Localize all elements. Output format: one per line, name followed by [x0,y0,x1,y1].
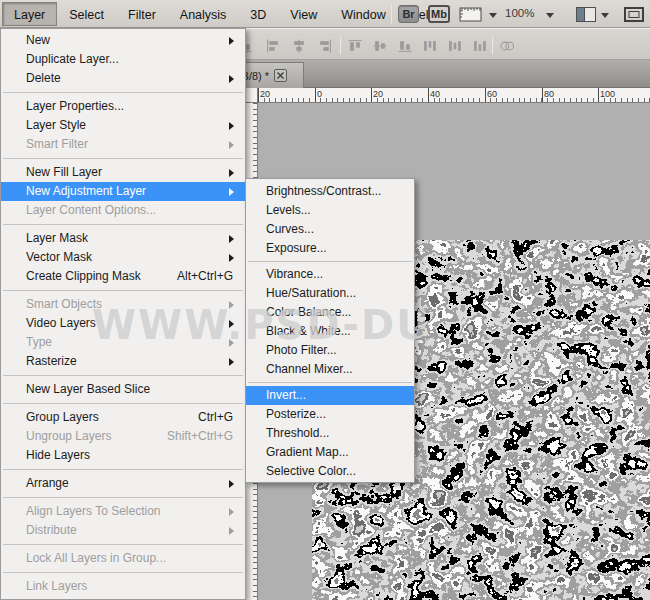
distribute-top-edges-icon[interactable] [423,39,437,53]
screen-mode-icon[interactable] [624,7,644,22]
menu-item-layer-style[interactable]: Layer Style [1,116,245,135]
menu-item-duplicate-layer[interactable]: Duplicate Layer... [1,50,245,69]
launch-bridge-button[interactable]: Br [398,5,419,23]
menu-item-label: Black & White... [266,324,351,338]
submenu-arrow-icon [229,339,238,347]
menu-separator [248,382,412,383]
menu-item-delete[interactable]: Delete [1,69,245,88]
arrange-documents-icon[interactable] [576,7,596,22]
menubar-item-filter[interactable]: Filter [116,2,168,26]
submenu-arrow-icon [229,188,238,196]
menu-separator [3,224,243,225]
align-right-edges-icon[interactable] [318,39,332,53]
menu-item-select-linked-layers[interactable]: Select Linked Layers [1,596,245,600]
menu-item-black-white[interactable]: Black & White... [246,322,414,341]
view-extras-icon[interactable] [459,6,483,23]
align-bottom-edges-icon[interactable] [398,39,412,53]
menu-item-label: Create Clipping Mask [26,269,141,283]
menu-item-label: Video Layers [26,316,96,330]
zoom-dropdown-arrow-icon[interactable] [546,13,554,22]
menu-item-shortcut: Alt+Ctrl+G [177,267,233,286]
menu-item-vibrance[interactable]: Vibrance... [246,265,414,284]
menu-separator [248,261,412,262]
layer-menu-dropdown: NewDuplicate Layer...DeleteLayer Propert… [0,28,246,600]
menu-item-new-fill-layer[interactable]: New Fill Layer [1,163,245,182]
menu-item-vector-mask[interactable]: Vector Mask [1,248,245,267]
menu-item-levels[interactable]: Levels... [246,201,414,220]
zoom-level[interactable]: 100% [505,7,534,19]
menu-item-label: Delete [26,71,61,85]
submenu-arrow-icon [229,254,238,262]
menu-item-smart-objects[interactable]: Smart Objects [1,295,245,314]
distribute-vertical-centers-icon[interactable] [448,39,462,53]
menubar-item-select[interactable]: Select [57,2,116,26]
menu-item-lock-all-layers-in-group[interactable]: Lock All Layers in Group... [1,549,245,568]
menubar-item-layer[interactable]: Layer [2,2,57,26]
arrange-documents-dropdown-arrow-icon[interactable] [601,13,609,22]
menu-item-curves[interactable]: Curves... [246,220,414,239]
menu-item-layer-properties[interactable]: Layer Properties... [1,97,245,116]
launch-mini-bridge-button[interactable]: Mb [428,5,450,23]
menu-separator [3,572,243,573]
menu-item-video-layers[interactable]: Video Layers [1,314,245,333]
menu-separator [3,497,243,498]
menu-item-new[interactable]: New [1,31,245,50]
menu-separator [3,92,243,93]
menu-item-link-layers[interactable]: Link Layers [1,577,245,596]
menu-item-hide-layers[interactable]: Hide Layers [1,446,245,465]
menubar-item-3d[interactable]: 3D [238,2,278,26]
menu-item-label: Brightness/Contrast... [266,184,381,198]
menu-item-label: Duplicate Layer... [26,52,119,66]
menu-item-new-adjustment-layer[interactable]: New Adjustment Layer [1,182,245,201]
align-vertical-centers-icon[interactable] [373,39,387,53]
menu-item-exposure[interactable]: Exposure... [246,239,414,258]
menu-item-brightness-contrast[interactable]: Brightness/Contrast... [246,182,414,201]
tab-close-button[interactable] [274,69,287,82]
menu-item-label: Rasterize [26,354,77,368]
menu-item-label: New [26,33,50,47]
menu-item-invert[interactable]: Invert... [246,386,414,405]
menu-item-type[interactable]: Type [1,333,245,352]
menu-item-align-layers-to-selection[interactable]: Align Layers To Selection [1,502,245,521]
menubar-item-analysis[interactable]: Analysis [168,2,239,26]
menu-item-layer-content-options[interactable]: Layer Content Options... [1,201,245,220]
menu-item-layer-mask[interactable]: Layer Mask [1,229,245,248]
menu-item-hue-saturation[interactable]: Hue/Saturation... [246,284,414,303]
menu-item-group-layers[interactable]: Group LayersCtrl+G [1,408,245,427]
menu-item-label: Hide Layers [26,448,90,462]
align-horizontal-centers-icon[interactable] [292,39,306,53]
menu-item-create-clipping-mask[interactable]: Create Clipping MaskAlt+Ctrl+G [1,267,245,286]
menubar-item-window[interactable]: Window [329,2,397,26]
menu-item-label: Photo Filter... [266,343,337,357]
menubar-item-view[interactable]: View [278,2,329,26]
menu-item-color-balance[interactable]: Color Balance... [246,303,414,322]
menu-item-new-layer-based-slice[interactable]: New Layer Based Slice [1,380,245,399]
ruler-label: 20 [373,89,383,99]
ruler-major-tick [598,88,599,102]
align-top-edges-icon[interactable] [348,39,362,53]
menu-item-selective-color[interactable]: Selective Color... [246,462,414,481]
submenu-arrow-icon [229,75,238,83]
distribute-bottom-edges-icon[interactable] [473,39,487,53]
menu-item-label: New Layer Based Slice [26,382,150,396]
menu-item-smart-filter[interactable]: Smart Filter [1,135,245,154]
submenu-arrow-icon [229,480,238,488]
menu-item-label: Layer Mask [26,231,88,245]
submenu-arrow-icon [229,235,238,243]
menu-item-channel-mixer[interactable]: Channel Mixer... [246,360,414,379]
menu-item-photo-filter[interactable]: Photo Filter... [246,341,414,360]
menu-item-label: Invert... [266,388,306,402]
auto-align-layers-icon[interactable] [500,39,514,53]
menu-item-posterize[interactable]: Posterize... [246,405,414,424]
menu-item-threshold[interactable]: Threshold... [246,424,414,443]
menu-item-label: Vibrance... [266,267,323,281]
menu-item-ungroup-layers[interactable]: Ungroup LayersShift+Ctrl+G [1,427,245,446]
menu-item-gradient-map[interactable]: Gradient Map... [246,443,414,462]
menu-item-distribute[interactable]: Distribute [1,521,245,540]
menu-item-rasterize[interactable]: Rasterize [1,352,245,371]
align-left-edges-icon[interactable] [266,39,280,53]
submenu-arrow-icon [229,358,238,366]
menu-item-arrange[interactable]: Arrange [1,474,245,493]
view-extras-dropdown-arrow-icon[interactable] [489,13,497,22]
ruler-major-tick [371,88,372,102]
